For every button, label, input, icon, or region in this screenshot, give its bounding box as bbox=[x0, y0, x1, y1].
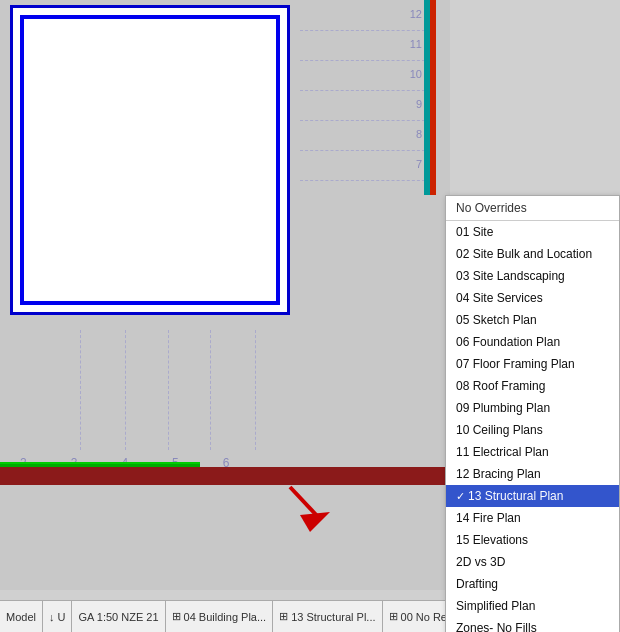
menu-item-10-ceiling[interactable]: 10 Ceiling Plans bbox=[446, 419, 619, 441]
grid-line-h3 bbox=[300, 90, 425, 91]
grid-line-v1 bbox=[80, 330, 81, 450]
grid-line-h4 bbox=[300, 120, 425, 121]
blue-border-rect bbox=[20, 15, 280, 305]
menu-item-07-floor-framing[interactable]: 07 Floor Framing Plan bbox=[446, 353, 619, 375]
grid-line-h5 bbox=[300, 150, 425, 151]
red-brown-bar bbox=[0, 467, 450, 485]
menu-item-15-elevations[interactable]: 15 Elevations bbox=[446, 529, 619, 551]
dim-12: 12 bbox=[410, 8, 422, 20]
menu-item-02-site-bulk[interactable]: 02 Site Bulk and Location bbox=[446, 243, 619, 265]
menu-item-14-fire[interactable]: 14 Fire Plan bbox=[446, 507, 619, 529]
menu-item-drafting[interactable]: Drafting bbox=[446, 573, 619, 595]
model-label: Model bbox=[6, 611, 36, 623]
red-arrow-icon bbox=[280, 477, 340, 537]
menu-item-08-roof-framing[interactable]: 08 Roof Framing bbox=[446, 375, 619, 397]
menu-item-zones-no-fills[interactable]: Zones- No Fills bbox=[446, 617, 619, 632]
menu-header: No Overrides bbox=[446, 196, 619, 221]
structural-plan-tab[interactable]: ⊞ 13 Structural Pl... bbox=[273, 601, 382, 632]
green-line-2 bbox=[0, 462, 200, 464]
menu-item-03-site-landscaping[interactable]: 03 Site Landscaping bbox=[446, 265, 619, 287]
menu-item-2d-vs-3d[interactable]: 2D vs 3D bbox=[446, 551, 619, 573]
grid-line-v3 bbox=[168, 330, 169, 450]
drawing-area: 12 11 10 9 8 7 2 3 4 5 6 bbox=[0, 0, 450, 590]
building-plan-tab[interactable]: ⊞ 04 Building Pla... bbox=[166, 601, 274, 632]
dim-8: 8 bbox=[416, 128, 422, 140]
grid-line-h6 bbox=[300, 180, 425, 181]
menu-item-13-structural[interactable]: 13 Structural Plan bbox=[446, 485, 619, 507]
scale-info[interactable]: GA 1:50 NZE 21 bbox=[72, 601, 165, 632]
menu-item-06-foundation-plan[interactable]: 06 Foundation Plan bbox=[446, 331, 619, 353]
grid-line-v4 bbox=[210, 330, 211, 450]
dim-10: 10 bbox=[410, 68, 422, 80]
grid-line-v5 bbox=[255, 330, 256, 450]
structural-plan-label: 13 Structural Pl... bbox=[291, 611, 375, 623]
dim-9: 9 bbox=[416, 98, 422, 110]
menu-item-01-site[interactable]: 01 Site bbox=[446, 221, 619, 243]
svg-marker-1 bbox=[300, 512, 330, 532]
building-plan-icon: ⊞ bbox=[172, 610, 181, 623]
dim-7: 7 bbox=[416, 158, 422, 170]
arrow-container bbox=[280, 477, 340, 540]
menu-item-11-electrical[interactable]: 11 Electrical Plan bbox=[446, 441, 619, 463]
menu-item-simplified-plan[interactable]: Simplified Plan bbox=[446, 595, 619, 617]
menu-item-12-bracing[interactable]: 12 Bracing Plan bbox=[446, 463, 619, 485]
menu-item-09-plumbing[interactable]: 09 Plumbing Plan bbox=[446, 397, 619, 419]
grid-line-v2 bbox=[125, 330, 126, 450]
menu-item-05-sketch-plan[interactable]: 05 Sketch Plan bbox=[446, 309, 619, 331]
building-plan-label: 04 Building Pla... bbox=[184, 611, 267, 623]
layer-dropdown-menu: No Overrides 01 Site 02 Site Bulk and Lo… bbox=[445, 195, 620, 632]
red-bar-right bbox=[430, 0, 436, 195]
renovation-icon: ⊞ bbox=[389, 610, 398, 623]
structural-plan-icon: ⊞ bbox=[279, 610, 288, 623]
model-tab[interactable]: Model bbox=[0, 601, 43, 632]
grid-line-h1 bbox=[300, 30, 425, 31]
tool-indicator: ↓ U bbox=[43, 601, 73, 632]
menu-item-04-site-services[interactable]: 04 Site Services bbox=[446, 287, 619, 309]
dim-11: 11 bbox=[410, 38, 422, 50]
grid-line-h2 bbox=[300, 60, 425, 61]
